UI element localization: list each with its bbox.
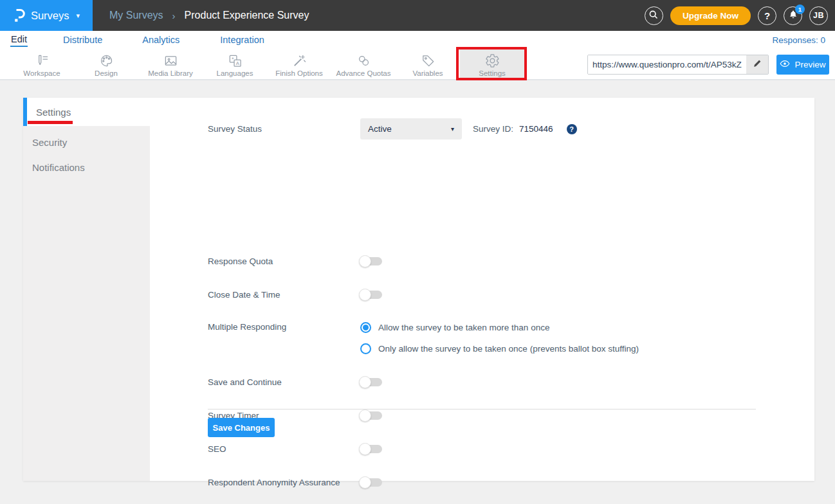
toggle-knob (359, 443, 371, 455)
avatar-initials: JB (813, 11, 824, 20)
toolbar-item-label: Workspace (23, 69, 60, 77)
active-item-underline (28, 121, 73, 124)
settings-form: Survey Status Active ▾ Survey ID: 715044… (208, 98, 789, 481)
preview-button[interactable]: Preview (776, 55, 829, 75)
breadcrumb-separator-icon: › (172, 10, 176, 21)
toolbar-item-languages[interactable]: * A Languages (203, 49, 267, 79)
questionpro-logo-icon (13, 8, 25, 23)
breadcrumb-current-survey: Product Experience Survey (185, 10, 309, 21)
toolbar-item-variables[interactable]: Variables (396, 49, 460, 79)
form-divider (208, 409, 756, 410)
edit-toolbar: Workspace Design Media Library * (0, 49, 835, 80)
survey-id-help-icon[interactable]: ? (567, 124, 577, 134)
survey-nav-tabs: Edit Distribute Analytics Integration Re… (0, 31, 835, 49)
response-quota-label: Response Quota (208, 256, 360, 266)
response-quota-toggle[interactable] (360, 257, 382, 266)
account-avatar[interactable]: JB (809, 6, 828, 25)
tab-integration[interactable]: Integration (219, 33, 265, 46)
chevron-down-icon: ▾ (77, 12, 80, 20)
survey-status-row: Survey Status Active ▾ Survey ID: 715044… (208, 118, 577, 140)
settings-panel: Settings Security Notifications Survey S… (23, 98, 814, 481)
search-icon (648, 10, 659, 22)
surveys-menu-label: Surveys (31, 10, 69, 22)
notification-count-badge: 1 (795, 4, 805, 14)
survey-id-label: Survey ID: (473, 124, 513, 134)
radio-option-only-once[interactable]: Only allow the survey to be taken once (… (360, 343, 639, 354)
surveys-menu[interactable]: Surveys ▾ (0, 0, 93, 31)
radio-option-label: Allow the survey to be taken more than o… (378, 323, 549, 332)
sidebar-item-label: Security (32, 137, 67, 148)
tab-edit[interactable]: Edit (10, 33, 28, 47)
respondent-anonymity-toggle[interactable] (360, 478, 382, 487)
radio-selected-icon (360, 322, 371, 333)
toggle-knob (359, 289, 371, 301)
survey-url-field (587, 55, 769, 75)
close-date-time-toggle[interactable] (360, 291, 382, 299)
toolbar-item-label: Design (95, 69, 118, 77)
breadcrumb-my-surveys[interactable]: My Surveys (109, 10, 163, 21)
workspace-icon (35, 53, 50, 68)
gear-icon (485, 53, 500, 68)
top-bar: Surveys ▾ My Surveys › Product Experienc… (0, 0, 835, 31)
survey-url-input[interactable] (588, 55, 746, 74)
toolbar-item-label: Settings (479, 69, 506, 77)
toolbar-item-label: Variables (412, 69, 443, 77)
toggle-knob (359, 410, 371, 422)
toolbar-item-label: Advance Quotas (336, 69, 390, 77)
sidebar-item-label: Settings (36, 107, 71, 118)
toggle-knob (359, 476, 371, 489)
sidebar-item-label: Notifications (32, 162, 85, 173)
toolbar-item-advance-quotas[interactable]: Advance Quotas (331, 49, 396, 79)
close-date-time-label: Close Date & Time (208, 290, 360, 300)
survey-status-dropdown[interactable]: Active ▾ (360, 118, 462, 140)
multiple-responding-label: Multiple Responding (208, 322, 360, 332)
toolbar-item-media-library[interactable]: Media Library (138, 49, 203, 79)
radio-option-allow-multiple[interactable]: Allow the survey to be taken more than o… (360, 322, 639, 333)
tab-analytics[interactable]: Analytics (142, 33, 180, 46)
preview-button-label: Preview (794, 60, 825, 69)
save-and-continue-label: Save and Continue (208, 377, 360, 387)
magic-wand-icon (292, 53, 307, 68)
multiple-responding-row: Multiple Responding Allow the survey to … (208, 322, 639, 354)
svg-text:A: A (235, 60, 239, 66)
close-date-time-row: Close Date & Time (208, 290, 382, 300)
breadcrumb: My Surveys › Product Experience Survey (109, 10, 309, 21)
survey-status-value: Active (368, 124, 392, 134)
toolbar-item-workspace[interactable]: Workspace (10, 49, 74, 79)
toggle-knob (359, 255, 371, 267)
survey-id-value: 7150446 (519, 124, 553, 134)
toggle-knob (359, 376, 371, 388)
respondent-anonymity-label: Respondent Anonymity Assurance (208, 478, 360, 487)
toolbar-item-design[interactable]: Design (74, 49, 138, 79)
edit-url-button[interactable] (746, 55, 768, 74)
tab-distribute[interactable]: Distribute (62, 33, 103, 46)
upgrade-now-button[interactable]: Upgrade Now (670, 6, 751, 25)
eye-icon (780, 60, 790, 69)
help-button[interactable]: ? (758, 6, 776, 25)
chevron-down-icon: ▾ (451, 125, 454, 132)
toolbar-item-settings[interactable]: Settings (460, 49, 524, 79)
toolbar-item-finish-options[interactable]: Finish Options (267, 49, 331, 79)
sidebar-item-security[interactable]: Security (23, 130, 150, 155)
notifications-button[interactable]: 1 (784, 6, 802, 25)
survey-timer-toggle[interactable] (360, 411, 382, 420)
survey-status-label: Survey Status (208, 124, 360, 134)
radio-option-label: Only allow the survey to be taken once (… (378, 344, 639, 354)
toolbar-item-label: Finish Options (275, 69, 323, 77)
palette-icon (99, 53, 114, 68)
chain-links-icon (356, 53, 371, 68)
save-and-continue-toggle[interactable] (360, 378, 382, 386)
toolbar-item-label: Languages (217, 69, 253, 77)
seo-toggle[interactable] (360, 445, 382, 453)
multiple-responding-options: Allow the survey to be taken more than o… (360, 322, 639, 354)
save-changes-button[interactable]: Save Changes (208, 418, 275, 437)
tag-icon (421, 53, 436, 68)
responses-count: Responses: 0 (772, 35, 825, 45)
respondent-anonymity-row: Respondent Anonymity Assurance (208, 478, 382, 487)
translate-icon: * A (228, 53, 243, 68)
response-quota-row: Response Quota (208, 256, 382, 266)
sidebar-item-notifications[interactable]: Notifications (23, 155, 150, 180)
search-button[interactable] (645, 6, 663, 25)
seo-row: SEO (208, 444, 382, 454)
save-and-continue-row: Save and Continue (208, 377, 382, 387)
